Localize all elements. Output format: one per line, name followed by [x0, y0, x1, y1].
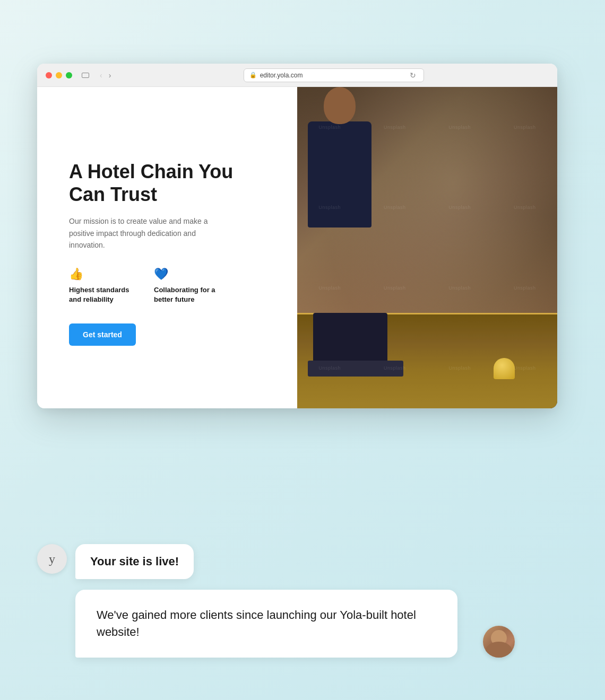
lock-icon: 🔒 — [249, 72, 257, 78]
chat-message-1-text: Your site is live! — [90, 555, 179, 568]
browser-window: ‹ › 🔒 editor.yola.com ↻ A Hotel Chain Yo… — [37, 64, 557, 408]
get-started-button[interactable]: Get started — [69, 323, 136, 346]
close-button-dot[interactable] — [46, 72, 52, 78]
address-bar[interactable]: 🔒 editor.yola.com ↻ — [244, 68, 424, 82]
hero-title: A Hotel Chain You Can Trust — [69, 160, 271, 206]
feature-item-1: 👍 Highest standards and reliability — [69, 267, 133, 304]
person-head — [324, 87, 356, 124]
browser-titlebar: ‹ › 🔒 editor.yola.com ↻ — [37, 64, 557, 87]
features-row: 👍 Highest standards and reliability 💙 Co… — [69, 267, 271, 304]
chat-section: y Your site is live! We've gained more c… — [37, 544, 515, 658]
heart-icon: 💙 — [154, 267, 218, 281]
watermark: Unsplash — [362, 87, 428, 168]
nav-arrows: ‹ › — [98, 70, 113, 81]
watermark: Unsplash — [492, 168, 558, 248]
hotel-image: Unsplash Unsplash Unsplash Unsplash Unsp… — [297, 87, 557, 408]
browser-content: A Hotel Chain You Can Trust Our mission … — [37, 87, 557, 408]
forward-arrow-icon[interactable]: › — [107, 70, 114, 81]
chat-bubble-1: Your site is live! — [75, 544, 194, 579]
feature-label-1: Highest standards and reliability — [69, 285, 133, 304]
minimize-button-dot[interactable] — [56, 72, 62, 78]
thumbs-up-icon: 👍 — [69, 267, 133, 281]
watermark: Unsplash — [427, 168, 492, 248]
chat-bubble-2: We've gained more clients since launchin… — [75, 590, 457, 658]
watermark: Unsplash — [362, 168, 428, 248]
address-bar-container: 🔒 editor.yola.com ↻ — [118, 68, 549, 82]
chat-message-1: y Your site is live! — [37, 544, 515, 579]
yola-avatar: y — [37, 544, 67, 574]
monitor-prop — [313, 313, 387, 366]
hero-subtitle: Our mission is to create value and make … — [69, 215, 218, 251]
watermark: Unsplash — [492, 87, 558, 168]
user-avatar — [483, 626, 515, 658]
traffic-lights — [46, 72, 72, 78]
feature-item-2: 💙 Collaborating for a better future — [154, 267, 218, 304]
url-text: editor.yola.com — [260, 72, 303, 79]
keyboard-prop — [308, 361, 403, 377]
person-body — [308, 121, 371, 228]
maximize-button-dot[interactable] — [66, 72, 72, 78]
watermark: Unsplash — [427, 87, 492, 168]
desk-surface — [297, 313, 557, 408]
chat-message-2-text: We've gained more clients since launchin… — [97, 608, 416, 638]
feature-label-2: Collaborating for a better future — [154, 285, 218, 304]
back-arrow-icon[interactable]: ‹ — [98, 70, 105, 81]
sidebar-toggle-icon[interactable] — [82, 73, 89, 78]
hero-right-panel: Unsplash Unsplash Unsplash Unsplash Unsp… — [297, 87, 557, 408]
reload-icon[interactable]: ↻ — [408, 70, 418, 81]
bell-prop — [494, 358, 515, 379]
chat-message-2: We've gained more clients since launchin… — [75, 590, 515, 658]
hero-left-panel: A Hotel Chain You Can Trust Our mission … — [37, 87, 297, 408]
